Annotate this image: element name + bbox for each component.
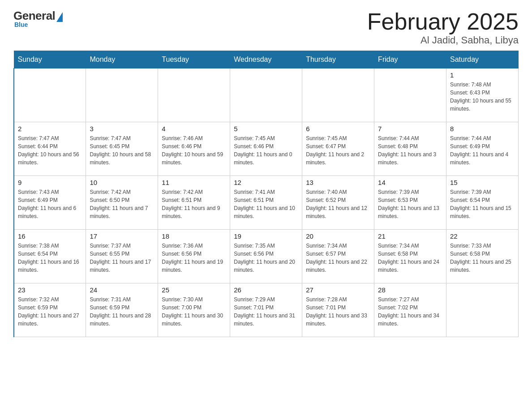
day-cell: 15Sunrise: 7:39 AMSunset: 6:54 PMDayligh… [446,176,519,230]
month-title: February 2025 [367,9,519,34]
day-cell: 25Sunrise: 7:30 AMSunset: 7:00 PMDayligh… [158,283,230,337]
day-cell: 11Sunrise: 7:42 AMSunset: 6:51 PMDayligh… [158,176,230,230]
day-number: 4 [162,125,226,133]
day-number: 14 [378,179,442,186]
day-sun-info: Sunrise: 7:30 AMSunset: 7:00 PMDaylight:… [162,295,226,328]
day-sun-info: Sunrise: 7:47 AMSunset: 6:45 PMDaylight:… [90,134,154,167]
day-number: 7 [378,125,442,133]
day-sun-info: Sunrise: 7:47 AMSunset: 6:44 PMDaylight:… [18,134,82,167]
day-sun-info: Sunrise: 7:38 AMSunset: 6:54 PMDaylight:… [18,242,82,274]
day-cell: 19Sunrise: 7:35 AMSunset: 6:56 PMDayligh… [230,230,302,283]
day-cell: 7Sunrise: 7:44 AMSunset: 6:48 PMDaylight… [374,122,446,176]
day-cell: 28Sunrise: 7:27 AMSunset: 7:02 PMDayligh… [374,283,446,337]
day-sun-info: Sunrise: 7:32 AMSunset: 6:59 PMDaylight:… [18,295,82,328]
day-number: 8 [450,125,515,133]
day-number: 5 [234,125,298,133]
day-sun-info: Sunrise: 7:36 AMSunset: 6:56 PMDaylight:… [162,242,226,274]
logo-triangle-icon [56,12,63,22]
day-sun-info: Sunrise: 7:48 AMSunset: 6:43 PMDaylight:… [450,81,515,113]
day-sun-info: Sunrise: 7:28 AMSunset: 7:01 PMDaylight:… [306,295,370,328]
day-cell [158,68,230,122]
day-sun-info: Sunrise: 7:39 AMSunset: 6:53 PMDaylight:… [378,188,442,220]
day-cell [446,283,519,337]
day-cell: 4Sunrise: 7:46 AMSunset: 6:46 PMDaylight… [158,122,230,176]
day-cell: 8Sunrise: 7:44 AMSunset: 6:49 PMDaylight… [446,122,519,176]
day-cell: 14Sunrise: 7:39 AMSunset: 6:53 PMDayligh… [374,176,446,230]
header-day-tuesday: Tuesday [158,51,230,68]
day-sun-info: Sunrise: 7:35 AMSunset: 6:56 PMDaylight:… [234,242,298,274]
day-number: 2 [18,125,82,133]
week-row-5: 23Sunrise: 7:32 AMSunset: 6:59 PMDayligh… [14,283,519,337]
day-sun-info: Sunrise: 7:40 AMSunset: 6:52 PMDaylight:… [306,188,370,220]
day-cell: 13Sunrise: 7:40 AMSunset: 6:52 PMDayligh… [302,176,374,230]
day-cell: 21Sunrise: 7:34 AMSunset: 6:58 PMDayligh… [374,230,446,283]
day-cell: 1Sunrise: 7:48 AMSunset: 6:43 PMDaylight… [446,68,519,122]
day-cell [374,68,446,122]
header-row: SundayMondayTuesdayWednesdayThursdayFrid… [14,51,519,68]
day-cell: 17Sunrise: 7:37 AMSunset: 6:55 PMDayligh… [86,230,158,283]
calendar-body: 1Sunrise: 7:48 AMSunset: 6:43 PMDaylight… [14,68,519,337]
title-section: February 2025 Al Jadid, Sabha, Libya [367,9,519,46]
day-sun-info: Sunrise: 7:45 AMSunset: 6:47 PMDaylight:… [306,134,370,167]
day-sun-info: Sunrise: 7:37 AMSunset: 6:55 PMDaylight:… [90,242,154,274]
day-number: 16 [18,232,82,240]
day-sun-info: Sunrise: 7:42 AMSunset: 6:51 PMDaylight:… [162,188,226,220]
day-number: 28 [378,286,442,294]
day-cell [86,68,158,122]
header-day-saturday: Saturday [446,51,519,68]
day-cell: 3Sunrise: 7:47 AMSunset: 6:45 PMDaylight… [86,122,158,176]
day-number: 3 [90,125,154,133]
day-number: 23 [18,286,82,294]
day-number: 27 [306,286,370,294]
week-row-2: 2Sunrise: 7:47 AMSunset: 6:44 PMDaylight… [14,122,519,176]
day-number: 26 [234,286,298,294]
header-day-monday: Monday [86,51,158,68]
day-number: 15 [450,179,515,186]
day-sun-info: Sunrise: 7:34 AMSunset: 6:58 PMDaylight:… [378,242,442,274]
logo: General Blue [13,9,63,28]
day-sun-info: Sunrise: 7:41 AMSunset: 6:51 PMDaylight:… [234,188,298,220]
day-cell: 23Sunrise: 7:32 AMSunset: 6:59 PMDayligh… [14,283,86,337]
day-number: 20 [306,232,370,240]
day-sun-info: Sunrise: 7:33 AMSunset: 6:58 PMDaylight:… [450,242,515,274]
header-day-thursday: Thursday [302,51,374,68]
day-sun-info: Sunrise: 7:45 AMSunset: 6:46 PMDaylight:… [234,134,298,167]
day-cell: 16Sunrise: 7:38 AMSunset: 6:54 PMDayligh… [14,230,86,283]
day-number: 9 [18,179,82,186]
day-cell: 26Sunrise: 7:29 AMSunset: 7:01 PMDayligh… [230,283,302,337]
day-number: 25 [162,286,226,294]
calendar-header: SundayMondayTuesdayWednesdayThursdayFrid… [14,51,519,68]
day-number: 19 [234,232,298,240]
day-sun-info: Sunrise: 7:29 AMSunset: 7:01 PMDaylight:… [234,295,298,328]
day-sun-info: Sunrise: 7:43 AMSunset: 6:49 PMDaylight:… [18,188,82,220]
day-number: 22 [450,232,515,240]
day-number: 11 [162,179,226,186]
calendar-table: SundayMondayTuesdayWednesdayThursdayFrid… [13,51,519,337]
day-cell: 9Sunrise: 7:43 AMSunset: 6:49 PMDaylight… [14,176,86,230]
day-number: 24 [90,286,154,294]
day-number: 1 [450,71,515,79]
logo-blue-text: Blue [14,21,28,28]
day-number: 10 [90,179,154,186]
day-sun-info: Sunrise: 7:27 AMSunset: 7:02 PMDaylight:… [378,295,442,328]
location-title: Al Jadid, Sabha, Libya [367,34,519,46]
day-cell: 18Sunrise: 7:36 AMSunset: 6:56 PMDayligh… [158,230,230,283]
day-number: 17 [90,232,154,240]
day-cell: 12Sunrise: 7:41 AMSunset: 6:51 PMDayligh… [230,176,302,230]
week-row-1: 1Sunrise: 7:48 AMSunset: 6:43 PMDaylight… [14,68,519,122]
day-cell [302,68,374,122]
week-row-4: 16Sunrise: 7:38 AMSunset: 6:54 PMDayligh… [14,230,519,283]
day-sun-info: Sunrise: 7:44 AMSunset: 6:49 PMDaylight:… [450,134,515,167]
day-cell [14,68,86,122]
day-cell: 24Sunrise: 7:31 AMSunset: 6:59 PMDayligh… [86,283,158,337]
header-day-friday: Friday [374,51,446,68]
day-number: 13 [306,179,370,186]
day-number: 6 [306,125,370,133]
day-cell: 6Sunrise: 7:45 AMSunset: 6:47 PMDaylight… [302,122,374,176]
day-sun-info: Sunrise: 7:39 AMSunset: 6:54 PMDaylight:… [450,188,515,220]
page-header: General Blue February 2025 Al Jadid, Sab… [13,9,519,46]
day-number: 21 [378,232,442,240]
day-cell: 20Sunrise: 7:34 AMSunset: 6:57 PMDayligh… [302,230,374,283]
day-sun-info: Sunrise: 7:46 AMSunset: 6:46 PMDaylight:… [162,134,226,167]
day-cell [230,68,302,122]
